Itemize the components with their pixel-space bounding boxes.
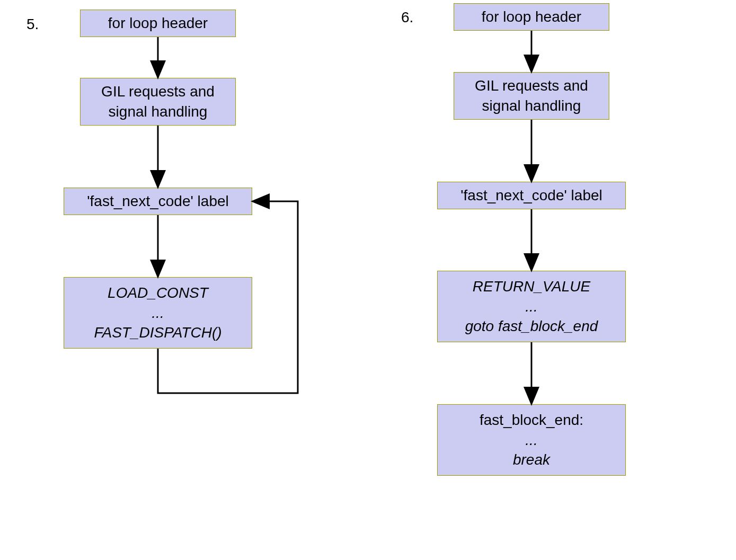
left-box4-l2: ... (152, 303, 164, 323)
right-box1-text: for loop header (482, 7, 581, 27)
left-box-gil-signal: GIL requests and signal handling (80, 78, 236, 126)
right-box5-l1: fast_block_end: (480, 410, 583, 430)
right-box4-l1: RETURN_VALUE (473, 277, 591, 297)
left-box2-l1: GIL requests and (101, 82, 215, 102)
right-box4-l3: goto fast_block_end (465, 316, 598, 336)
left-box1-text: for loop header (108, 13, 208, 33)
right-box-return-value: RETURN_VALUE ... goto fast_block_end (437, 271, 626, 342)
right-box3-text: 'fast_next_code' label (460, 185, 602, 206)
diagram-number-6: 6. (401, 9, 413, 26)
left-box3-text: 'fast_next_code' label (87, 191, 229, 211)
diagram-number-5: 5. (26, 16, 39, 33)
right-box2-l1: GIL requests and (475, 76, 588, 96)
right-box5-l2: ... (525, 430, 537, 450)
left-box-fast-next-code: 'fast_next_code' label (64, 188, 252, 215)
right-box-fast-block-end: fast_block_end: ... break (437, 404, 626, 476)
left-box4-l3: FAST_DISPATCH() (94, 323, 221, 343)
left-box-for-loop-header: for loop header (80, 10, 236, 37)
right-box-for-loop-header: for loop header (454, 3, 609, 31)
left-box2-l2: signal handling (109, 102, 208, 122)
right-box-fast-next-code: 'fast_next_code' label (437, 182, 626, 209)
left-box-load-const: LOAD_CONST ... FAST_DISPATCH() (64, 277, 252, 349)
right-box5-l3: break (513, 450, 550, 470)
right-box2-l2: signal handling (482, 96, 581, 116)
right-box-gil-signal: GIL requests and signal handling (454, 72, 609, 120)
left-box4-l1: LOAD_CONST (108, 283, 208, 303)
right-box4-l2: ... (525, 297, 537, 317)
